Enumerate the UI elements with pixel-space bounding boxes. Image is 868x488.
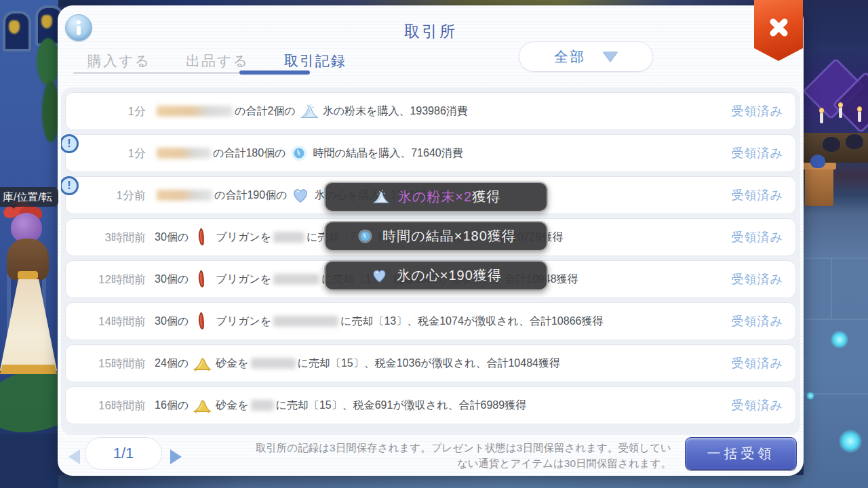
blurred-player-name (251, 400, 274, 411)
reward-toast: 氷の心×190獲得 (324, 260, 548, 291)
ice-heart-icon (370, 266, 389, 285)
row-description: 30個の (155, 314, 189, 329)
castle-floor (0, 434, 58, 488)
background-market-scene (804, 0, 868, 488)
row-timestamp: 1分 (66, 104, 146, 119)
row-timestamp: 14時間前 (66, 314, 146, 329)
player-character (1, 201, 57, 438)
status-badge: 受領済み (732, 313, 783, 329)
time-crystal-icon (356, 227, 374, 245)
status-badge: 受領済み (732, 187, 783, 203)
row-description: に売却〔15〕、税金1036が徴収され、合計10484獲得 (298, 357, 560, 371)
candle-icon (839, 107, 842, 118)
row-description: 30個の (155, 230, 189, 245)
vine-decoration (37, 38, 60, 85)
toast-text: 時間の結晶×180獲得 (382, 227, 516, 245)
table-row[interactable]: 14時間前30個のブリガンをに売却〔13〕、税金1074が徴収され、合計1086… (65, 302, 796, 340)
status-badge: 受領済み (732, 355, 783, 371)
toast-text: 氷の心×190獲得 (397, 266, 502, 285)
reward-toast-stack: 氷の粉末×2獲得時間の結晶×180獲得氷の心×190獲得 (324, 182, 548, 291)
row-description: の合計190個の (214, 188, 287, 203)
filter-dropdown[interactable]: 全部 (519, 41, 653, 72)
game-screen: 庫/位置/転 取引所 購入する出品する取引記録 全部 1分の合計2個の氷の粉末を… (0, 0, 868, 488)
tab-sell[interactable]: 出品する (186, 52, 249, 70)
chevron-down-icon (603, 52, 618, 62)
tab-bar: 購入する出品する取引記録 (87, 52, 347, 70)
glow-particle (806, 392, 814, 400)
row-description: ブリガンを (216, 314, 271, 329)
reward-toast: 時間の結晶×180獲得 (324, 221, 548, 251)
status-badge: 受領済み (732, 397, 783, 413)
pot-icon (823, 137, 840, 152)
ice-heart-icon (290, 185, 311, 205)
blurred-player-name (251, 358, 296, 369)
table-row[interactable]: 16時間前16個の砂金をに売却〔15〕、税金691が徴収され、合計6989獲得受… (65, 386, 796, 424)
reward-toast: 氷の粉末×2獲得 (324, 182, 548, 212)
brigan-icon (192, 227, 212, 247)
row-description: の合計2個の (235, 104, 296, 119)
character-gold-trim (18, 271, 38, 279)
row-description: 30個の (155, 272, 189, 287)
blue-pot-icon (810, 155, 825, 168)
row-description: ブリガンを (216, 230, 271, 245)
row-description: の合計180個の (213, 146, 285, 161)
character-robe-hem (0, 365, 57, 374)
retention-note: 取引所の記録は3日間保存されます。プレゼント状態は3日間保留されます。受領してい… (251, 440, 671, 472)
status-badge: 受領済み (732, 229, 783, 245)
table-row[interactable]: 1分の合計2個の氷の粉末を購入、193986消費受領済み (65, 92, 796, 130)
quick-menu-label[interactable]: 庫/位置/転 (0, 187, 58, 207)
row-description: 時間の結晶を購入、71640消費 (313, 146, 462, 161)
gold-sand-icon (192, 353, 212, 373)
blurred-player-name (157, 106, 233, 117)
status-badge: 受領済み (732, 103, 783, 119)
candle-icon (820, 113, 823, 123)
blurred-player-name (273, 232, 304, 243)
glow-particle (839, 430, 862, 453)
time-crystal-icon (289, 143, 309, 163)
brigan-icon (192, 311, 212, 331)
row-description: に売却〔13〕、税金1074が徴収され、合計10866獲得 (340, 314, 603, 329)
close-button[interactable] (754, 0, 803, 61)
row-timestamp: 1分 (66, 146, 146, 161)
row-description: 16個の (155, 399, 189, 413)
ice-powder-icon (299, 101, 319, 121)
wooden-pedestal (805, 167, 833, 206)
row-description: 砂金を (216, 357, 248, 371)
glow-particle (831, 331, 848, 348)
row-description: に売却〔15〕、税金691が徴収され、合計6989獲得 (276, 399, 527, 413)
status-badge: 受領済み (732, 271, 783, 287)
blurred-player-name (273, 316, 338, 327)
table-row[interactable]: !1分の合計180個の時間の結晶を購入、71640消費受領済み (65, 134, 796, 172)
row-description: 氷の粉末を購入、193986消費 (323, 104, 468, 119)
tab-underline-track (73, 72, 239, 74)
castle-window-icon (3, 11, 31, 52)
row-description: 砂金を (216, 399, 248, 413)
bulk-receive-button[interactable]: 一括受領 (685, 437, 797, 470)
row-timestamp: 3時間前 (66, 230, 146, 245)
tab-buy[interactable]: 購入する (87, 52, 151, 70)
blurred-player-name (273, 274, 319, 285)
tab-records[interactable]: 取引記録 (284, 52, 347, 70)
row-timestamp: 16時間前 (66, 398, 146, 413)
gold-sand-icon (192, 395, 212, 415)
row-description: 24個の (155, 357, 189, 371)
page-prev-button[interactable] (68, 449, 80, 464)
filter-value: 全部 (554, 47, 585, 66)
ice-powder-icon (372, 188, 390, 206)
page-next-button[interactable] (170, 449, 182, 464)
page-title: 取引所 (58, 21, 804, 42)
candle-icon (858, 111, 861, 122)
row-timestamp: 12時間前 (66, 272, 146, 287)
pot-icon (846, 134, 863, 149)
blurred-player-name (157, 148, 211, 159)
tab-underline-active (239, 70, 310, 75)
page-indicator: 1/1 (85, 437, 162, 470)
row-timestamp: 1分前 (66, 188, 146, 203)
background-floor-strip (58, 475, 804, 488)
status-badge: 受領済み (732, 145, 783, 161)
row-description: ブリガンを (216, 272, 271, 287)
blurred-player-name (157, 190, 212, 201)
toast-text: 氷の粉末×2獲得 (398, 188, 500, 206)
table-row[interactable]: 15時間前24個の砂金をに売却〔15〕、税金1036が徴収され、合計10484獲… (65, 344, 796, 382)
brigan-icon (192, 269, 212, 289)
